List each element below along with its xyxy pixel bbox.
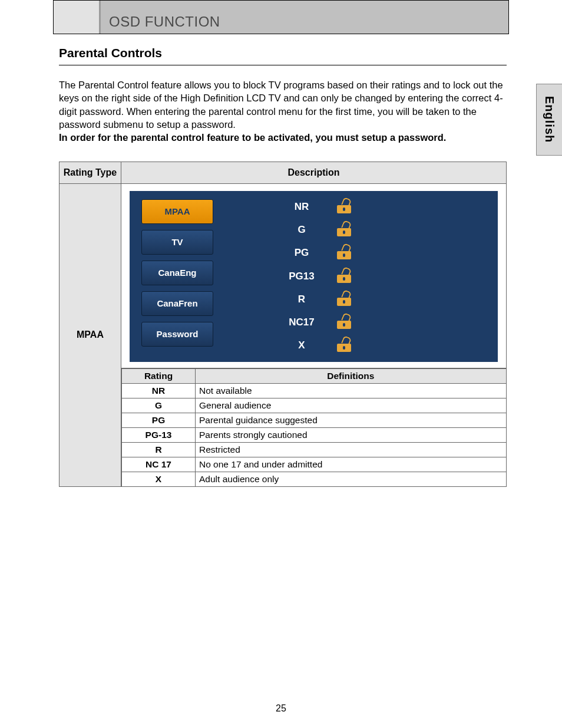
osd-ratings-list: NR G PG PG13 bbox=[266, 199, 481, 354]
table-row: NC 17 No one 17 and under admitted bbox=[122, 457, 507, 472]
def-text: Restricted bbox=[196, 442, 507, 457]
osd-rating-row: G bbox=[266, 223, 481, 236]
def-code: R bbox=[122, 442, 196, 457]
page-number: 25 bbox=[0, 703, 562, 714]
osd-menu-canafren[interactable]: CanaFren bbox=[141, 291, 213, 316]
osd-rating-row: R bbox=[266, 293, 481, 306]
def-text: Parents strongly cautioned bbox=[196, 427, 507, 442]
language-tab: English bbox=[536, 84, 562, 156]
osd-rating-pg: PG bbox=[266, 247, 337, 259]
header-title: OSD FUNCTION bbox=[101, 14, 220, 34]
osd-screenshot-cell: MPAA TV CanaEng CanaFren Password NR G bbox=[121, 183, 507, 368]
def-text: Parental guidance suggested bbox=[196, 413, 507, 427]
osd-rating-row: NR bbox=[266, 200, 481, 213]
intro-paragraph: The Parental Control feature allows you … bbox=[59, 78, 507, 144]
def-code: X bbox=[122, 472, 196, 486]
osd-rating-row: PG bbox=[266, 246, 481, 259]
osd-menu-mpaa[interactable]: MPAA bbox=[141, 199, 213, 224]
def-text: Adult audience only bbox=[196, 472, 507, 486]
intro-bold: In order for the parental control featur… bbox=[59, 132, 446, 143]
page-header: OSD FUNCTION bbox=[53, 0, 509, 34]
lock-icon[interactable] bbox=[337, 223, 352, 236]
osd-rating-pg13: PG13 bbox=[266, 271, 337, 282]
def-text: No one 17 and under admitted bbox=[196, 457, 507, 472]
osd-rating-row: NC17 bbox=[266, 316, 481, 329]
defs-col-rating: Rating bbox=[122, 368, 196, 383]
osd-menu-canaeng[interactable]: CanaEng bbox=[141, 261, 213, 285]
osd-screen: MPAA TV CanaEng CanaFren Password NR G bbox=[130, 191, 498, 362]
def-code: G bbox=[122, 398, 196, 413]
section-title: Parental Controls bbox=[59, 46, 507, 65]
definitions-table: Rating Definitions NR Not available G Ge… bbox=[121, 368, 507, 487]
table-row: R Restricted bbox=[122, 442, 507, 457]
row-label-mpaa: MPAA bbox=[59, 183, 121, 487]
def-text: General audience bbox=[196, 398, 507, 413]
header-tab-decor bbox=[54, 1, 101, 34]
def-text: Not available bbox=[196, 383, 507, 398]
osd-menu-password[interactable]: Password bbox=[141, 322, 213, 347]
osd-rating-row: X bbox=[266, 339, 481, 352]
osd-rating-row: PG13 bbox=[266, 270, 481, 283]
table-row: PG-13 Parents strongly cautioned bbox=[122, 427, 507, 442]
content-area: Parental Controls The Parental Control f… bbox=[59, 46, 507, 487]
col-rating-type: Rating Type bbox=[59, 162, 121, 183]
osd-rating-nc17: NC17 bbox=[266, 317, 337, 328]
def-code: PG bbox=[122, 413, 196, 427]
lock-icon[interactable] bbox=[337, 270, 352, 283]
osd-rating-nr: NR bbox=[266, 201, 337, 213]
table-row: G General audience bbox=[122, 398, 507, 413]
lock-icon[interactable] bbox=[337, 293, 352, 306]
osd-rating-r: R bbox=[266, 294, 337, 305]
lock-icon[interactable] bbox=[337, 316, 352, 329]
osd-rating-x: X bbox=[266, 340, 337, 351]
def-code: NC 17 bbox=[122, 457, 196, 472]
table-row: X Adult audience only bbox=[122, 472, 507, 486]
language-label: English bbox=[543, 96, 556, 143]
osd-menu: MPAA TV CanaEng CanaFren Password bbox=[141, 199, 213, 354]
defs-col-definitions: Definitions bbox=[196, 368, 507, 383]
table-row: PG Parental guidance suggested bbox=[122, 413, 507, 427]
osd-menu-tv[interactable]: TV bbox=[141, 230, 213, 255]
def-code: PG-13 bbox=[122, 427, 196, 442]
lock-icon[interactable] bbox=[337, 200, 352, 213]
intro-text: The Parental Control feature allows you … bbox=[59, 80, 503, 130]
def-code: NR bbox=[122, 383, 196, 398]
osd-rating-g: G bbox=[266, 224, 337, 236]
lock-icon[interactable] bbox=[337, 246, 352, 259]
lock-icon[interactable] bbox=[337, 339, 352, 352]
col-description: Description bbox=[121, 162, 507, 183]
ratings-table: Rating Type Description MPAA MPAA TV Can… bbox=[59, 162, 507, 487]
table-row: NR Not available bbox=[122, 383, 507, 398]
